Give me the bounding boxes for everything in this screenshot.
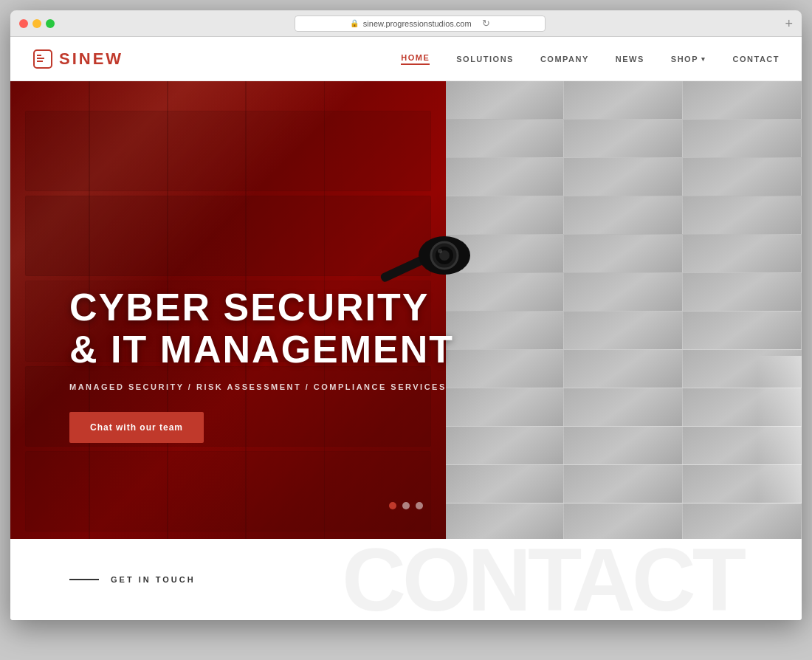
carousel-dot-2[interactable] bbox=[402, 502, 410, 509]
address-bar-container: 🔒 sinew.progressionstudios.com ↻ bbox=[61, 16, 779, 32]
logo-text: SINEW bbox=[59, 49, 123, 69]
navbar: SINEW HOME SOLUTIONS COMPANY NEWS SHOP ▾… bbox=[10, 37, 802, 81]
carousel-dots bbox=[389, 502, 423, 509]
hero-section: CYBER SECURITY & IT MANAGEMENT MANAGED S… bbox=[10, 81, 802, 539]
hero-title: CYBER SECURITY & IT MANAGEMENT bbox=[69, 286, 454, 371]
svg-rect-1 bbox=[37, 55, 41, 56]
section-label-text: GET IN TOUCH bbox=[111, 575, 196, 584]
close-button[interactable] bbox=[19, 19, 28, 28]
refresh-icon[interactable]: ↻ bbox=[482, 18, 490, 29]
nav-contact[interactable]: CONTACT bbox=[733, 55, 780, 63]
logo-area[interactable]: SINEW bbox=[32, 49, 123, 69]
nav-company[interactable]: COMPANY bbox=[540, 55, 589, 63]
traffic-lights bbox=[19, 19, 55, 28]
address-bar[interactable]: 🔒 sinew.progressionstudios.com ↻ bbox=[295, 16, 546, 32]
website-content: SINEW HOME SOLUTIONS COMPANY NEWS SHOP ▾… bbox=[10, 37, 802, 620]
nav-shop[interactable]: SHOP ▾ bbox=[671, 55, 706, 63]
nav-solutions[interactable]: SOLUTIONS bbox=[456, 55, 514, 63]
svg-point-9 bbox=[438, 249, 442, 253]
carousel-dot-3[interactable] bbox=[416, 502, 423, 509]
logo-icon bbox=[32, 49, 53, 69]
chevron-down-icon: ▾ bbox=[701, 55, 706, 63]
carousel-dot-1[interactable] bbox=[389, 502, 396, 509]
browser-window: 🔒 sinew.progressionstudios.com ↻ + SINEW bbox=[10, 10, 802, 620]
svg-rect-3 bbox=[37, 61, 43, 62]
maximize-button[interactable] bbox=[46, 19, 55, 28]
nav-home[interactable]: HOME bbox=[401, 53, 430, 65]
below-hero-section: GET IN TOUCH CONTACT bbox=[10, 539, 802, 620]
section-label: GET IN TOUCH bbox=[69, 575, 196, 584]
new-tab-button[interactable]: + bbox=[785, 17, 793, 30]
lock-icon: 🔒 bbox=[350, 19, 359, 27]
ghost-text: CONTACT bbox=[342, 529, 743, 620]
nav-links: HOME SOLUTIONS COMPANY NEWS SHOP ▾ CONTA… bbox=[401, 53, 780, 65]
hero-content: CYBER SECURITY & IT MANAGEMENT MANAGED S… bbox=[69, 286, 454, 443]
svg-rect-2 bbox=[37, 58, 44, 59]
label-line bbox=[69, 579, 99, 580]
hero-subtitle: MANAGED SECURITY / RISK ASSESSMENT / COM… bbox=[69, 382, 454, 391]
nav-news[interactable]: NEWS bbox=[616, 55, 644, 63]
cta-button[interactable]: Chat with our team bbox=[69, 412, 204, 443]
browser-titlebar: 🔒 sinew.progressionstudios.com ↻ + bbox=[10, 10, 802, 37]
url-text: sinew.progressionstudios.com bbox=[363, 19, 472, 28]
minimize-button[interactable] bbox=[32, 19, 41, 28]
